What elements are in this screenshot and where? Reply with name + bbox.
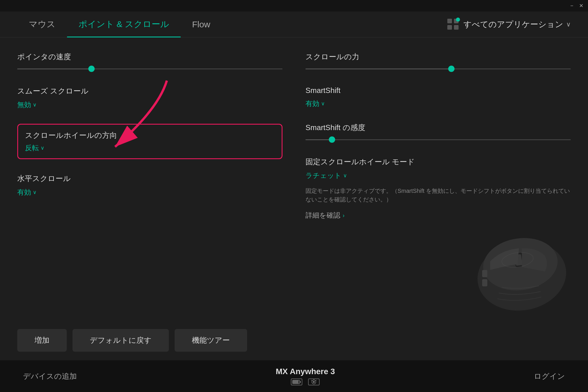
svg-line-14: [316, 380, 316, 381]
slider-fill: [306, 68, 451, 69]
horizontal-scroll-label: 水平スクロール: [17, 174, 282, 184]
slider-track: [306, 139, 571, 140]
battery-icon: [291, 378, 302, 385]
reset-button[interactable]: デフォルトに戻す: [72, 329, 169, 352]
slider-fill: [17, 68, 91, 69]
app-window: − ✕ マウス ポイント & スクロール Flow すべてのアプリケーション ∨: [0, 0, 588, 392]
smooth-scroll-group: スムーズ スクロール 無効 ∨: [17, 86, 282, 109]
fixed-scroll-mode-group: 固定スクロールホイール モード ラチェット ∨ 固定モードは非アクティブです。（…: [306, 157, 571, 220]
mouse-image: [467, 233, 576, 314]
scroll-speed-label: スクロールの力: [306, 52, 571, 62]
footer: デバイスの追加 MX Anywhere 3: [0, 360, 588, 392]
smooth-scroll-dropdown[interactable]: 無効 ∨: [17, 100, 282, 109]
smartshift-sensitivity-label: SmartShift の感度: [306, 123, 571, 133]
minimize-button[interactable]: −: [570, 3, 573, 8]
tour-button[interactable]: 機能ツアー: [175, 329, 247, 352]
device-name: MX Anywhere 3: [276, 367, 335, 376]
tab-right-controls: すべてのアプリケーション ∨: [447, 19, 571, 30]
tab-mouse[interactable]: マウス: [17, 12, 67, 37]
add-button[interactable]: 増加: [17, 329, 67, 352]
fixed-scroll-mode-dropdown[interactable]: ラチェット ∨: [306, 171, 571, 180]
close-button[interactable]: ✕: [579, 3, 583, 8]
tab-bar: マウス ポイント & スクロール Flow すべてのアプリケーション ∨: [0, 12, 588, 37]
chevron-down-icon: ∨: [33, 102, 37, 108]
left-column: ポインタの速度 スムーズ スクロール 無効 ∨: [17, 52, 282, 317]
chevron-down-icon: ∨: [321, 100, 325, 107]
slider-fill: [306, 139, 332, 140]
smartshift-sensitivity-slider[interactable]: [306, 137, 571, 142]
scroll-direction-group: スクロールホイールの方向 反転 ∨: [17, 124, 282, 159]
slider-thumb[interactable]: [88, 66, 95, 72]
smartshift-label: SmartShift: [306, 86, 571, 95]
footer-center: MX Anywhere 3: [276, 367, 335, 385]
horizontal-scroll-dropdown[interactable]: 有効 ∨: [17, 188, 282, 197]
svg-point-12: [313, 381, 315, 383]
smartshift-value: 有効: [306, 99, 319, 108]
scroll-speed-slider[interactable]: [306, 66, 571, 72]
smooth-scroll-label: スムーズ スクロール: [17, 86, 282, 96]
svg-line-15: [311, 380, 312, 381]
smartshift-group: SmartShift 有効 ∨: [306, 86, 571, 108]
details-link[interactable]: 詳細を確認 ›: [306, 211, 571, 220]
scroll-speed-group: スクロールの力: [306, 52, 571, 72]
apps-icon-cell: [447, 25, 452, 30]
pointer-speed-label: ポインタの速度: [17, 52, 282, 62]
chevron-down-icon: ∨: [343, 172, 347, 179]
slider-thumb[interactable]: [329, 136, 335, 143]
smooth-scroll-value: 無効: [17, 100, 31, 109]
scroll-direction-value: 反転: [25, 143, 39, 153]
tab-flow[interactable]: Flow: [181, 12, 222, 37]
pointer-speed-slider[interactable]: [17, 66, 282, 72]
tab-point-scroll[interactable]: ポイント & スクロール: [67, 12, 181, 37]
chevron-down-icon: ∨: [33, 189, 37, 195]
horizontal-scroll-group: 水平スクロール 有効 ∨: [17, 174, 282, 197]
horizontal-scroll-value: 有効: [17, 188, 31, 197]
login-link[interactable]: ログイン: [534, 371, 565, 381]
connection-icon: [308, 378, 320, 385]
fixed-scroll-mode-label: 固定スクロールホイール モード: [306, 157, 571, 167]
scroll-direction-dropdown[interactable]: 反転 ∨: [25, 143, 275, 153]
svg-rect-10: [293, 380, 299, 383]
apps-icon[interactable]: [447, 19, 459, 30]
chevron-right-icon: ›: [343, 212, 345, 219]
title-bar: − ✕: [0, 0, 588, 12]
fixed-mode-note: 固定モードは非アクティブです。（SmartShift を無効にし、モードシフトが…: [306, 187, 571, 204]
main-content: ポインタの速度 スムーズ スクロール 無効 ∨: [0, 37, 588, 360]
svg-rect-5: [482, 279, 487, 286]
fixed-scroll-mode-value: ラチェット: [306, 171, 341, 180]
svg-rect-9: [300, 381, 301, 383]
slider-track: [306, 68, 571, 69]
scroll-direction-label: スクロールホイールの方向: [25, 130, 275, 140]
pointer-speed-group: ポインタの速度: [17, 52, 282, 72]
slider-track: [17, 68, 282, 69]
footer-device-icons: [291, 378, 320, 385]
smartshift-sensitivity-group: SmartShift の感度: [306, 123, 571, 142]
smartshift-dropdown[interactable]: 有効 ∨: [306, 99, 571, 108]
svg-rect-4: [482, 270, 487, 277]
apps-icon-cell: [447, 19, 452, 23]
slider-thumb[interactable]: [448, 66, 455, 72]
apps-icon-cell: [454, 25, 459, 30]
app-selector-label: すべてのアプリケーション: [463, 19, 563, 30]
add-device-link[interactable]: デバイスの追加: [23, 371, 77, 381]
app-selector-dropdown[interactable]: すべてのアプリケーション ∨: [463, 19, 571, 30]
apps-badge: [456, 18, 460, 22]
bottom-buttons: 増加 デフォルトに戻す 機能ツアー: [17, 329, 571, 352]
chevron-down-icon: ∨: [566, 21, 571, 28]
details-link-text: 詳細を確認: [306, 211, 340, 220]
chevron-down-icon: ∨: [41, 145, 44, 151]
